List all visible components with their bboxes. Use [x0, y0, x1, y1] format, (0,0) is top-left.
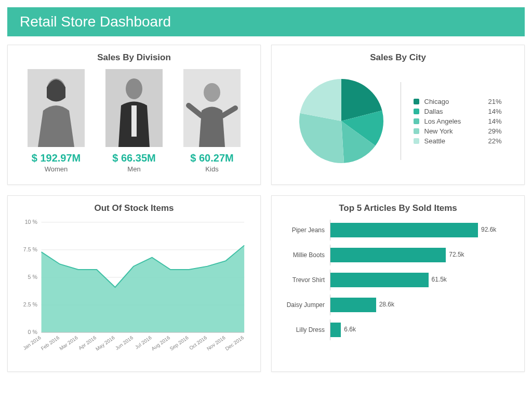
legend-row[interactable]: Chicago21%: [414, 98, 502, 105]
horizontal-bar-chart: Piper Jeans92.6kMillie Boots72.5kTrevor …: [281, 220, 515, 365]
legend-swatch: [414, 99, 419, 104]
legend-row[interactable]: Dallas14%: [414, 108, 502, 115]
bar-track: 92.6k: [330, 220, 515, 240]
x-axis-tick: Jul 2016: [134, 335, 153, 350]
dashboard-title: Retail Store Dashboard: [20, 14, 171, 30]
svg-rect-4: [131, 105, 137, 137]
division-value: $ 60.27M: [178, 152, 246, 164]
area-chart: 0 %2.5 %5 %7.5 %10 %Jan 2016Feb 2016Mar …: [17, 220, 251, 360]
bar-value: 6.6k: [344, 326, 356, 333]
y-axis-tick: 2.5 %: [23, 301, 38, 308]
y-axis-tick: 5 %: [28, 274, 38, 280]
x-axis-tick: May 2016: [95, 335, 116, 352]
x-axis-tick: Apr 2016: [77, 335, 97, 351]
svg-point-3: [126, 78, 142, 99]
svg-point-6: [204, 83, 220, 102]
bar-value: 92.6k: [481, 226, 496, 233]
bar-label: Trevor Shirt: [281, 270, 330, 290]
legend-row[interactable]: Seattle22%: [414, 137, 502, 145]
division-label: Women: [22, 165, 90, 173]
division-image-men: [105, 69, 163, 147]
card-title: Sales By City: [281, 52, 515, 63]
division-value: $ 192.97M: [22, 152, 90, 164]
pie-legend: Chicago21%Dallas14%Los Angeles14%New Yor…: [414, 96, 502, 147]
bar-track: 6.6k: [330, 319, 515, 340]
legend-percent: 22%: [483, 137, 502, 145]
bar-row: Daisy Jumper28.6k: [281, 295, 515, 315]
card-top-articles: Top 5 Articles By Sold Items Piper Jeans…: [271, 195, 525, 372]
bar-track: 61.5k: [330, 270, 515, 290]
legend-label: New York: [424, 127, 478, 135]
card-title: Top 5 Articles By Sold Items: [281, 203, 515, 213]
legend-percent: 21%: [483, 98, 502, 105]
legend-label: Seattle: [424, 137, 478, 145]
division-label: Kids: [178, 165, 246, 173]
legend-percent: 14%: [483, 108, 502, 115]
division-label: Men: [100, 165, 168, 173]
card-sales-by-city: Sales By City Chicago21%Dallas14%Los Ang…: [271, 45, 525, 185]
bar-row: Lilly Dress6.6k: [281, 319, 515, 340]
x-axis-tick: Sep 2016: [169, 335, 190, 352]
bar-label: Daisy Jumper: [281, 295, 330, 315]
pie-chart: [295, 74, 388, 168]
division-image-women: [28, 69, 85, 147]
legend-row[interactable]: New York29%: [414, 127, 502, 135]
division-men: $ 66.35M Men: [100, 69, 168, 173]
legend-percent: 14%: [483, 117, 502, 125]
division-women: $ 192.97M Women: [22, 69, 90, 173]
legend-swatch: [414, 109, 419, 114]
y-axis-tick: 10 %: [25, 220, 38, 225]
bar-value: 72.5k: [449, 251, 464, 258]
card-sales-by-division: Sales By Division $ 192.97M Women: [7, 45, 261, 185]
bar-label: Lilly Dress: [281, 319, 330, 340]
legend-label: Dallas: [424, 108, 478, 115]
legend-row[interactable]: Los Angeles14%: [414, 117, 502, 125]
card-out-of-stock: Out Of Stock Items 0 %2.5 %5 %7.5 %10 %J…: [7, 195, 261, 372]
dashboard-grid: Sales By Division $ 192.97M Women: [7, 45, 525, 372]
division-image-kids: [183, 69, 241, 147]
bar-row: Millie Boots72.5k: [281, 245, 515, 265]
bar-fill[interactable]: [330, 323, 341, 337]
dashboard-header: Retail Store Dashboard: [7, 7, 525, 36]
legend-divider: [401, 82, 401, 160]
division-row: $ 192.97M Women $ 66.35M Men: [17, 69, 251, 173]
bar-track: 28.6k: [330, 295, 515, 315]
bar-fill[interactable]: [330, 248, 446, 262]
legend-label: Chicago: [424, 98, 478, 105]
bar-value: 61.5k: [432, 276, 447, 283]
card-title: Out Of Stock Items: [17, 203, 251, 213]
bar-label: Millie Boots: [281, 245, 330, 265]
legend-label: Los Angeles: [424, 117, 478, 125]
legend-percent: 29%: [483, 127, 502, 135]
area-chart-wrap: 0 %2.5 %5 %7.5 %10 %Jan 2016Feb 2016Mar …: [17, 220, 251, 360]
x-axis-tick: Aug 2016: [150, 335, 171, 352]
bar-label: Piper Jeans: [281, 220, 330, 240]
x-axis-tick: Jun 2016: [114, 335, 135, 351]
division-value: $ 66.35M: [100, 152, 168, 164]
legend-swatch: [414, 118, 419, 124]
legend-swatch: [414, 128, 419, 134]
y-axis-tick: 7.5 %: [23, 246, 38, 252]
bar-fill[interactable]: [330, 223, 478, 237]
legend-swatch: [414, 138, 419, 144]
division-kids: $ 60.27M Kids: [178, 69, 246, 173]
bar-value: 28.6k: [379, 301, 394, 308]
x-axis-tick: Feb 2016: [40, 335, 61, 351]
bar-track: 72.5k: [330, 245, 515, 265]
bar-fill[interactable]: [330, 273, 429, 287]
pie-wrap: Chicago21%Dallas14%Los Angeles14%New Yor…: [281, 69, 515, 173]
bar-row: Trevor Shirt61.5k: [281, 270, 515, 290]
area-fill: [42, 245, 245, 332]
x-axis-tick: Mar 2016: [58, 335, 79, 351]
y-axis-tick: 0 %: [28, 329, 38, 335]
x-axis-tick: Nov 2016: [206, 335, 227, 352]
bar-fill[interactable]: [330, 298, 376, 312]
x-axis-tick: Oct 2016: [188, 335, 208, 351]
bar-row: Piper Jeans92.6k: [281, 220, 515, 240]
pie-slice[interactable]: [299, 113, 344, 163]
card-title: Sales By Division: [17, 52, 251, 63]
x-axis-tick: Jan 2016: [22, 335, 42, 351]
x-axis-tick: Dec 2016: [224, 335, 245, 352]
